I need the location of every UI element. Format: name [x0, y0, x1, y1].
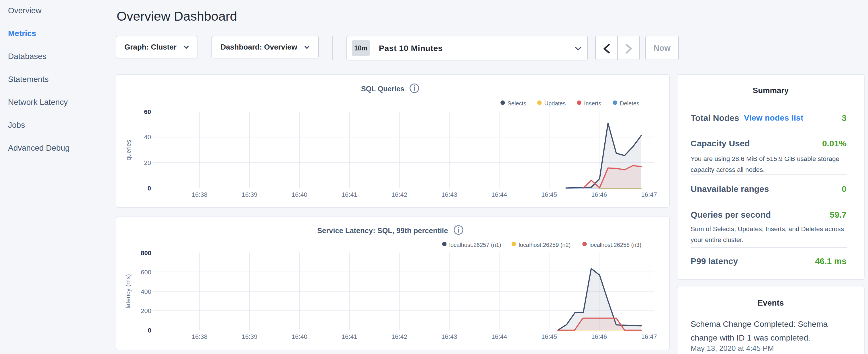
svg-text:16:41: 16:41 [342, 333, 358, 340]
svg-text:localhost:26258 (n3): localhost:26258 (n3) [589, 242, 641, 248]
svg-text:localhost:26257 (n1): localhost:26257 (n1) [449, 242, 501, 248]
svg-text:16:45: 16:45 [541, 333, 557, 340]
svg-text:16:41: 16:41 [342, 191, 358, 198]
svg-text:16:38: 16:38 [192, 333, 208, 340]
svg-text:16:39: 16:39 [242, 333, 257, 340]
svg-text:16:44: 16:44 [492, 333, 507, 340]
svg-text:16:40: 16:40 [291, 333, 307, 340]
svg-text:16:46: 16:46 [591, 191, 607, 198]
svg-text:800: 800 [141, 250, 151, 257]
svg-text:20: 20 [144, 159, 151, 166]
svg-text:16:43: 16:43 [441, 191, 457, 198]
svg-text:Deletes: Deletes [620, 100, 639, 106]
svg-text:16:46: 16:46 [591, 333, 607, 340]
svg-text:16:39: 16:39 [242, 191, 257, 198]
svg-text:16:45: 16:45 [541, 191, 557, 198]
svg-text:200: 200 [141, 307, 151, 315]
svg-text:0: 0 [148, 327, 151, 334]
svg-text:Selects: Selects [507, 100, 526, 106]
svg-text:Inserts: Inserts [584, 100, 601, 106]
svg-text:40: 40 [144, 133, 151, 141]
svg-text:localhost:26259 (n2): localhost:26259 (n2) [519, 242, 570, 248]
svg-text:queries: queries [125, 140, 132, 160]
svg-text:latency (ms): latency (ms) [124, 274, 131, 309]
svg-text:SQL Queries: SQL Queries [361, 85, 404, 93]
svg-text:16:38: 16:38 [192, 191, 208, 198]
svg-text:16:47: 16:47 [641, 191, 657, 198]
svg-text:0: 0 [148, 185, 151, 192]
svg-text:16:43: 16:43 [441, 333, 457, 340]
svg-text:Service Latency: SQL, 99th per: Service Latency: SQL, 99th percentile [317, 227, 448, 234]
svg-text:600: 600 [141, 269, 151, 276]
svg-text:16:40: 16:40 [291, 191, 307, 198]
svg-text:16:42: 16:42 [392, 191, 407, 198]
svg-text:16:42: 16:42 [392, 333, 407, 340]
svg-text:16:47: 16:47 [641, 333, 657, 340]
svg-text:Updates: Updates [545, 100, 566, 106]
svg-text:16:44: 16:44 [492, 191, 507, 198]
svg-text:60: 60 [144, 108, 151, 116]
svg-text:400: 400 [141, 288, 151, 295]
